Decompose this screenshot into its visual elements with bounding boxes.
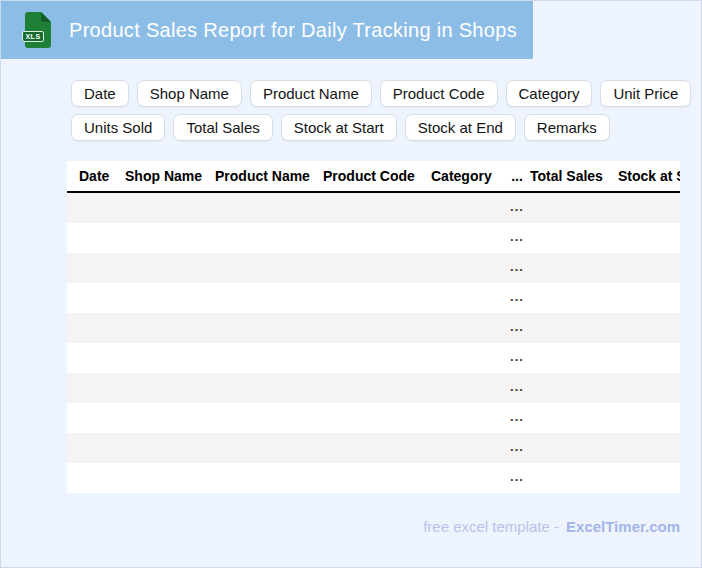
table-row: ...	[67, 253, 680, 283]
chip-row-1: Date Shop Name Product Name Product Code…	[71, 80, 671, 107]
page: XLS Product Sales Report for Daily Track…	[0, 0, 702, 568]
row-placeholder: ...	[504, 403, 530, 433]
chip-shop-name[interactable]: Shop Name	[137, 80, 242, 107]
chip-stock-at-start[interactable]: Stock at Start	[281, 114, 397, 141]
col-header-category: Category	[431, 168, 504, 184]
col-header-date: Date	[79, 168, 125, 184]
chip-category[interactable]: Category	[506, 80, 593, 107]
file-shape-icon	[25, 12, 51, 48]
row-placeholder: ...	[504, 253, 530, 283]
table-row: ...	[67, 223, 680, 253]
table-row: ...	[67, 193, 680, 223]
col-header-ellipsis: ...	[504, 168, 530, 184]
col-header-product-name: Product Name	[215, 168, 323, 184]
table-row: ...	[67, 283, 680, 313]
chip-remarks[interactable]: Remarks	[524, 114, 610, 141]
footer-brand-link[interactable]: ExcelTimer.com	[566, 518, 680, 535]
table-header-row: Date Shop Name Product Name Product Code…	[67, 161, 680, 193]
xls-file-icon: XLS	[25, 12, 51, 48]
chip-row-2: Units Sold Total Sales Stock at Start St…	[71, 114, 671, 141]
col-header-product-code: Product Code	[323, 168, 431, 184]
row-placeholder: ...	[504, 313, 530, 343]
chip-stock-at-end[interactable]: Stock at End	[405, 114, 516, 141]
chip-total-sales[interactable]: Total Sales	[173, 114, 272, 141]
row-placeholder: ...	[504, 223, 530, 253]
chip-date[interactable]: Date	[71, 80, 129, 107]
chip-units-sold[interactable]: Units Sold	[71, 114, 165, 141]
xls-badge-label: XLS	[22, 31, 44, 42]
col-header-stock-at-start: Stock at Start	[618, 168, 680, 184]
table-row: ...	[67, 313, 680, 343]
chip-unit-price[interactable]: Unit Price	[600, 80, 691, 107]
table-row: ...	[67, 433, 680, 463]
row-placeholder: ...	[504, 193, 530, 223]
field-chips: Date Shop Name Product Name Product Code…	[71, 80, 671, 148]
footer-caption: free excel template -	[423, 518, 559, 535]
row-placeholder: ...	[504, 343, 530, 373]
page-title: Product Sales Report for Daily Tracking …	[69, 19, 517, 42]
col-header-shop-name: Shop Name	[125, 168, 215, 184]
header-bar: XLS Product Sales Report for Daily Track…	[1, 1, 533, 59]
footer: free excel template -ExcelTimer.com	[423, 518, 680, 535]
table-row: ...	[67, 343, 680, 373]
table-row: ...	[67, 403, 680, 433]
row-placeholder: ...	[504, 283, 530, 313]
row-placeholder: ...	[504, 463, 530, 493]
table-row: ...	[67, 373, 680, 403]
row-placeholder: ...	[504, 373, 530, 403]
chip-product-code[interactable]: Product Code	[380, 80, 498, 107]
chip-product-name[interactable]: Product Name	[250, 80, 372, 107]
col-header-total-sales: Total Sales	[530, 168, 618, 184]
row-placeholder: ...	[504, 433, 530, 463]
preview-table: Date Shop Name Product Name Product Code…	[67, 161, 680, 493]
table-row: ...	[67, 463, 680, 493]
